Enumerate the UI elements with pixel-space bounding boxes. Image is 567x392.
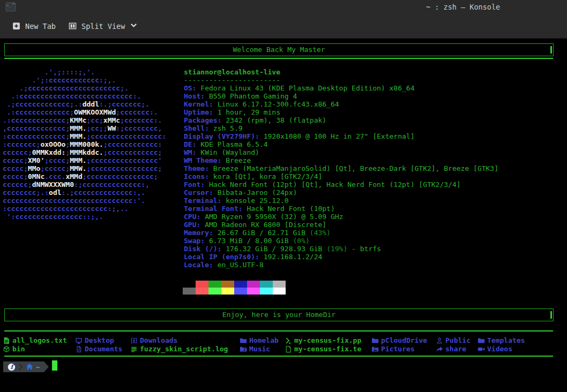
banner-border-dash bbox=[550, 46, 552, 54]
palette-swatch bbox=[247, 288, 260, 295]
fetch-label: GPU: bbox=[184, 221, 200, 229]
fetch-value: 1 hour, 29 mins bbox=[218, 108, 280, 116]
split-view-chevron-down-icon bbox=[129, 21, 138, 31]
fetch-line: Disk (/): 176.32 GiB / 928.93 GiB (19%) … bbox=[184, 245, 498, 253]
fetch-label: Packages: bbox=[184, 116, 221, 124]
horizontal-rule bbox=[4, 330, 553, 331]
fetch-label: Icons: bbox=[184, 172, 209, 180]
homedir-banner-text: Enjoy, here is your HomeDir bbox=[222, 311, 335, 319]
ascii-art: .',;::::;,'. .';:cccccccccccc:;,. .;cccc… bbox=[3, 68, 166, 221]
person-icon bbox=[436, 337, 443, 344]
share-arrow-icon bbox=[436, 345, 443, 353]
fetch-separator: ----------------------- bbox=[184, 76, 498, 84]
fetch-label: Locale: bbox=[184, 261, 213, 269]
new-tab-button[interactable]: New Tab bbox=[12, 14, 56, 38]
ascii-art-line: ':cccccccccccccccc::;,. bbox=[3, 213, 166, 221]
fetch-value: konsole 25.12.0 bbox=[226, 197, 288, 205]
fetch-value: B550 Phantom Gaming 4 bbox=[209, 92, 297, 100]
fetch-value: 26.67 GiB / 62.71 GiB bbox=[218, 229, 310, 237]
fetch-label: Display (VY279HF): bbox=[184, 132, 259, 140]
ascii-art-line: .:ccccccccccccc;KMMc;cc;xMMc;ccccccc:. bbox=[3, 116, 166, 124]
palette-swatch bbox=[208, 288, 221, 295]
file-item: share bbox=[436, 345, 471, 353]
ascii-art-line: cccccccc;.:odl:.;cccccccccccccc:,. bbox=[3, 189, 166, 197]
color-palette bbox=[183, 281, 286, 295]
palette-row bbox=[183, 288, 286, 295]
palette-swatch bbox=[221, 288, 234, 295]
ascii-art-line: :cccccccccccccc;MMM.;ccccccccccccccccc: bbox=[3, 132, 166, 140]
file-item: Music bbox=[240, 345, 279, 353]
fetch-label: DE: bbox=[184, 140, 196, 148]
ascii-art-line: ccccc;0MNc.ccc.xMMd;cccccccccccccccc; bbox=[3, 172, 166, 180]
palette-swatch bbox=[260, 281, 273, 288]
file-name: Pictures bbox=[381, 345, 415, 353]
fetch-line: Uptime: 1 hour, 29 mins bbox=[184, 108, 498, 116]
ascii-art-line: cccccc;dNMWXXXWM0:;cccccccccccccc:, bbox=[3, 180, 166, 189]
fetch-label: Kernel: bbox=[184, 100, 213, 108]
fetch-label: WM: bbox=[184, 148, 196, 156]
prompt-path: ~ bbox=[36, 363, 40, 371]
ascii-art-line: ccccc;MMo;ccccc;MMW.;cccccccccccccccc; bbox=[3, 164, 166, 172]
welcome-banner: Welcome Back My Master bbox=[4, 43, 554, 56]
ascii-art-line: .',;::::;,'. bbox=[3, 68, 166, 76]
file-item: Desktop bbox=[75, 336, 122, 345]
fetch-value: Hack Nerd Font (12pt) [Qt], Hack Nerd Fo… bbox=[209, 180, 461, 189]
file-item: bin bbox=[3, 345, 67, 353]
ascii-art-line: cccccc;0MMKxdd:;MMMkddc.;cccccccccccc; bbox=[3, 148, 166, 156]
file-column: pCloudDrivePictures bbox=[371, 336, 427, 353]
terminal-screen[interactable]: Welcome Back My Master .',;::::;,'. .';:… bbox=[0, 39, 567, 392]
new-tab-label: New Tab bbox=[25, 22, 56, 31]
fetch-line: GPU: AMD Radeon RX 6800 [Discrete] bbox=[184, 221, 498, 229]
file-text-icon bbox=[3, 337, 10, 344]
fetch-value: - btrfs bbox=[347, 245, 381, 253]
fetch-line: Host: B550 Phantom Gaming 4 bbox=[184, 92, 498, 100]
file-column: all_logos.txtbin bbox=[3, 336, 67, 353]
fetch-value: AMD Radeon RX 6800 [Discrete] bbox=[205, 221, 326, 229]
download-icon bbox=[130, 337, 138, 344]
fetch-line: Swap: 6.73 MiB / 8.00 GiB (0%) bbox=[184, 237, 498, 245]
palette-row bbox=[183, 281, 286, 288]
banner-border-dash bbox=[550, 311, 552, 319]
fetch-value: (43%) bbox=[310, 229, 331, 237]
file-column: my-census-fix.ppmy-census-fix.te bbox=[285, 336, 361, 353]
file-name: Homelab bbox=[249, 336, 279, 345]
palette-swatch bbox=[247, 281, 260, 288]
file-name: Videos bbox=[487, 345, 512, 353]
prompt-os-segment: f bbox=[3, 361, 18, 372]
palette-swatch bbox=[234, 288, 247, 295]
fetch-value: 192.168.1.2/24 bbox=[264, 253, 323, 261]
fetch-line: Kernel: Linux 6.17.12-300.fc43.x86_64 bbox=[184, 100, 498, 108]
fetch-line: Locale: en_US.UTF-8 bbox=[184, 261, 498, 269]
fetch-line: WM: KWin (Wayland) bbox=[184, 148, 498, 156]
fetch-label: Swap: bbox=[184, 237, 205, 245]
fetch-value: Linux 6.17.12-300.fc43.x86_64 bbox=[218, 100, 339, 108]
file-name: bin bbox=[12, 345, 25, 353]
file-name: all_logos.txt bbox=[12, 336, 67, 345]
file-column: Publicshare bbox=[436, 336, 471, 353]
ascii-art-line: .:ccccccccccccc;OWMKOOXMWd;ccccccc:. bbox=[3, 108, 166, 116]
file-item: Pictures bbox=[371, 345, 427, 353]
fetch-line: WM Theme: Breeze bbox=[184, 156, 498, 164]
fetch-line: Cursor: Bibata-Jaroo (24px) bbox=[184, 189, 498, 197]
new-tab-icon bbox=[12, 21, 21, 31]
ascii-art-line: .;cccccccccccccccccccccc;. bbox=[3, 84, 166, 92]
cursor-block bbox=[52, 360, 57, 371]
split-view-button[interactable]: Split View bbox=[68, 14, 138, 38]
file-icon bbox=[285, 345, 292, 353]
file-item: Templates bbox=[478, 336, 525, 345]
file-grid: all_logos.txtbinDesktopDocumentsDownload… bbox=[0, 336, 567, 355]
fetch-line: Theme: Breeze (MateriaManjaroSolid) [Qt]… bbox=[184, 164, 498, 172]
split-view-icon bbox=[68, 21, 77, 31]
file-name: Templates bbox=[487, 336, 525, 345]
fetch-value: 6.73 MiB / 8.00 GiB bbox=[209, 237, 293, 245]
fetch-value: 1920x1080 @ 100 Hz in 27" [External] bbox=[264, 132, 415, 140]
welcome-banner-text: Welcome Back My Master bbox=[233, 46, 325, 54]
file-name: my-census-fix.te bbox=[294, 345, 361, 353]
ascii-art-line: ccccc;XM0';cccc;MMM.;cccccccccccccccc' bbox=[3, 156, 166, 164]
fetch-value: kora [Qt], kora [GTK2/3/4] bbox=[213, 172, 323, 180]
split-view-label: Split View bbox=[81, 22, 125, 31]
titlebar[interactable]: >_ ~ : zsh — Konsole bbox=[0, 0, 567, 14]
prompt-separator-icon bbox=[18, 361, 23, 372]
file-item: Documents bbox=[75, 345, 122, 353]
ascii-art-line: .:ccccccccccccccccccccccccccc:. bbox=[3, 92, 166, 100]
